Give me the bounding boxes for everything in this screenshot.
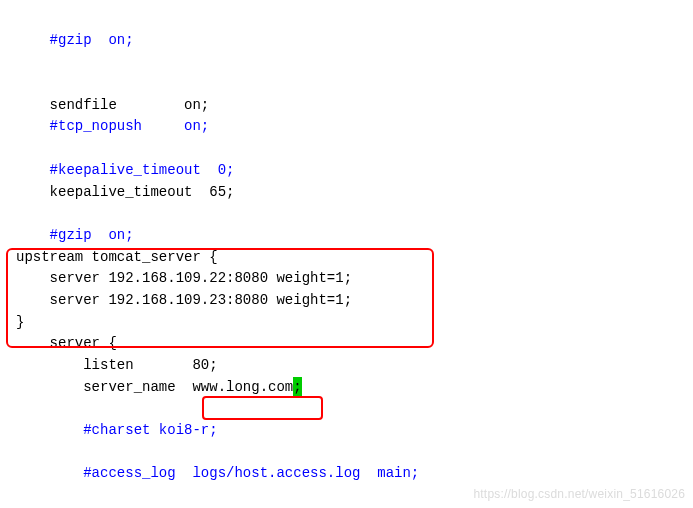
value-65: 65; bbox=[209, 184, 234, 200]
code-line: server_name www.long.com; bbox=[16, 379, 302, 395]
code-line: server { bbox=[16, 335, 117, 351]
directive-server-name: server_name bbox=[83, 379, 175, 395]
cursor-highlight: ; bbox=[293, 377, 301, 399]
comment-keepalive-0: #keepalive_timeout 0; bbox=[50, 162, 235, 178]
upstream-open: upstream tomcat_server { bbox=[16, 249, 218, 265]
code-line: server 192.168.109.23:8080 weight=1; bbox=[16, 292, 352, 308]
server-open: server { bbox=[50, 335, 117, 351]
upstream-server-2: server 192.168.109.23:8080 weight=1; bbox=[50, 292, 352, 308]
comment-access-log: #access_log logs/host.access.log main; bbox=[83, 465, 419, 481]
comment-gzip: #gzip on; bbox=[50, 32, 134, 48]
value-80: 80; bbox=[192, 357, 217, 373]
code-line: upstream tomcat_server { bbox=[16, 249, 218, 265]
nginx-config-code: #gzip on; sendfile on; #tcp_nopush on; #… bbox=[0, 0, 693, 493]
code-line: keepalive_timeout 65; bbox=[16, 184, 234, 200]
watermark-text: https://blog.csdn.net/weixin_51616026 bbox=[473, 485, 685, 504]
code-line: #access_log logs/host.access.log main; bbox=[16, 465, 419, 481]
directive-keepalive: keepalive_timeout bbox=[50, 184, 193, 200]
value-servername: www.long.com bbox=[192, 379, 293, 395]
code-line: #keepalive_timeout 0; bbox=[16, 162, 234, 178]
upstream-server-1: server 192.168.109.22:8080 weight=1; bbox=[50, 270, 352, 286]
comment-gzip-2: #gzip on; bbox=[50, 227, 134, 243]
value-on: on; bbox=[184, 97, 209, 113]
code-line: server 192.168.109.22:8080 weight=1; bbox=[16, 270, 352, 286]
code-line: listen 80; bbox=[16, 357, 218, 373]
upstream-close: } bbox=[16, 314, 24, 330]
comment-charset: #charset koi8-r; bbox=[83, 422, 217, 438]
code-line: } bbox=[16, 314, 24, 330]
code-line: #tcp_nopush on; bbox=[16, 118, 209, 134]
code-line: sendfile on; bbox=[16, 97, 209, 113]
directive-listen: listen bbox=[83, 357, 133, 373]
code-line: #gzip on; bbox=[16, 32, 134, 48]
comment-tcp-nopush: #tcp_nopush on; bbox=[50, 118, 210, 134]
code-line: #charset koi8-r; bbox=[16, 422, 218, 438]
code-line: #gzip on; bbox=[16, 227, 134, 243]
directive-sendfile: sendfile bbox=[50, 97, 117, 113]
